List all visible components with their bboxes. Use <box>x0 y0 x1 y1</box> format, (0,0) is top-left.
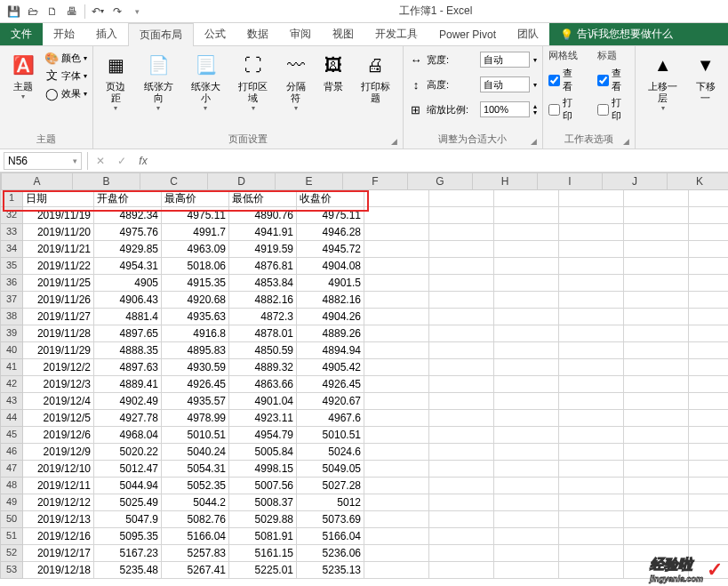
background-button[interactable]: 🖼背景 <box>316 49 350 94</box>
cell[interactable]: 4975.76 <box>94 224 162 241</box>
cell[interactable] <box>429 427 494 444</box>
cell[interactable] <box>494 241 559 258</box>
row-header[interactable]: 45 <box>0 427 23 444</box>
cell[interactable] <box>429 224 494 241</box>
cell[interactable] <box>624 478 689 494</box>
cell[interactable]: 2019/12/4 <box>23 393 94 410</box>
qat-customize-icon[interactable]: ▾ <box>127 2 147 21</box>
cell[interactable]: 5081.91 <box>229 528 297 545</box>
cell[interactable] <box>689 528 728 545</box>
cell[interactable]: 5018.06 <box>162 258 229 275</box>
cell[interactable] <box>429 207 494 224</box>
cell[interactable] <box>624 410 689 427</box>
cell[interactable] <box>494 258 559 275</box>
cell[interactable]: 4888.35 <box>94 342 162 359</box>
row-header[interactable]: 47 <box>0 461 23 478</box>
row-header[interactable]: 36 <box>0 275 23 292</box>
cell[interactable]: 4954.79 <box>229 427 297 444</box>
cell[interactable]: 2019/11/22 <box>23 258 94 275</box>
cell[interactable] <box>624 427 689 444</box>
tab-insert[interactable]: 插入 <box>85 23 128 45</box>
cell[interactable] <box>559 376 624 393</box>
cell[interactable] <box>559 494 624 511</box>
cell[interactable]: 2019/11/27 <box>23 309 94 325</box>
cell[interactable] <box>429 393 494 410</box>
cell[interactable]: 日期 <box>23 190 94 207</box>
cell[interactable]: 2019/11/21 <box>23 241 94 258</box>
cell[interactable]: 5082.76 <box>162 511 229 528</box>
cell[interactable]: 5235.48 <box>94 562 162 579</box>
cell[interactable]: 2019/11/25 <box>23 275 94 292</box>
cell[interactable]: 2019/12/5 <box>23 410 94 427</box>
cell[interactable] <box>559 528 624 545</box>
cell[interactable] <box>624 207 689 224</box>
cell[interactable] <box>559 309 624 325</box>
row-header[interactable]: 33 <box>0 224 23 241</box>
cell[interactable] <box>494 545 559 562</box>
cell[interactable] <box>494 309 559 325</box>
cell[interactable]: 4975.11 <box>162 207 229 224</box>
cell[interactable] <box>429 241 494 258</box>
tab-developer[interactable]: 开发工具 <box>364 23 428 45</box>
tab-data[interactable]: 数据 <box>236 23 279 45</box>
cell[interactable]: 4890.76 <box>229 207 297 224</box>
cell[interactable] <box>364 376 429 393</box>
printtitles-button[interactable]: 🖨打印标题 <box>354 49 397 106</box>
cell[interactable] <box>559 275 624 292</box>
cell[interactable]: 5167.23 <box>94 545 162 562</box>
save-icon[interactable]: 💾 <box>4 2 23 21</box>
cell[interactable]: 4905 <box>94 275 162 292</box>
tab-pagelayout[interactable]: 页面布局 <box>128 23 194 46</box>
new-icon[interactable]: 🗋 <box>43 2 62 21</box>
cell[interactable] <box>624 393 689 410</box>
cell[interactable] <box>429 478 494 494</box>
cell[interactable]: 4853.84 <box>229 275 297 292</box>
colors-button[interactable]: 🎨颜色 ▾ <box>44 49 87 67</box>
cell[interactable] <box>689 207 728 224</box>
cell[interactable] <box>494 528 559 545</box>
cell[interactable] <box>559 292 624 309</box>
headings-print-checkbox[interactable]: 打印 <box>597 96 629 123</box>
cell[interactable] <box>494 427 559 444</box>
cell[interactable] <box>559 342 624 359</box>
tab-tellme[interactable]: 💡告诉我您想要做什么 <box>549 23 728 45</box>
fx-button[interactable]: fx <box>132 152 154 170</box>
column-header[interactable]: J <box>603 173 668 190</box>
cell[interactable]: 5235.13 <box>297 562 364 579</box>
cell[interactable] <box>624 190 689 207</box>
cell[interactable] <box>624 309 689 325</box>
cell[interactable] <box>429 444 494 461</box>
cell[interactable] <box>689 359 728 376</box>
cell[interactable] <box>689 258 728 275</box>
cell[interactable]: 4915.35 <box>162 275 229 292</box>
cell[interactable]: 4935.63 <box>162 309 229 325</box>
cell[interactable] <box>364 410 429 427</box>
cell[interactable]: 2019/12/16 <box>23 528 94 545</box>
cell[interactable] <box>689 393 728 410</box>
cell[interactable] <box>559 393 624 410</box>
cell[interactable]: 2019/11/20 <box>23 224 94 241</box>
cell[interactable] <box>429 410 494 427</box>
cell[interactable]: 5012.47 <box>94 461 162 478</box>
cell[interactable]: 开盘价 <box>94 190 162 207</box>
effects-button[interactable]: ◯效果 ▾ <box>44 84 87 102</box>
cell[interactable] <box>559 461 624 478</box>
sendback-button[interactable]: ▼下移一 <box>688 49 723 106</box>
margins-button[interactable]: ▦页边距▾ <box>99 49 133 114</box>
row-header[interactable]: 50 <box>0 511 23 528</box>
cell[interactable] <box>364 325 429 342</box>
name-box[interactable]: N56▾ <box>4 152 82 170</box>
column-header[interactable]: A <box>2 173 73 190</box>
cell[interactable] <box>689 224 728 241</box>
cell[interactable]: 4894.94 <box>297 342 364 359</box>
cell[interactable]: 收盘价 <box>297 190 364 207</box>
row-header[interactable]: 1 <box>0 190 23 207</box>
cell[interactable] <box>364 562 429 579</box>
cell[interactable] <box>689 461 728 478</box>
cell[interactable] <box>494 224 559 241</box>
cell[interactable]: 4872.3 <box>229 309 297 325</box>
redo-icon[interactable]: ↷ <box>108 2 127 21</box>
cell[interactable]: 4889.26 <box>297 325 364 342</box>
cell[interactable] <box>689 325 728 342</box>
cell[interactable] <box>624 342 689 359</box>
